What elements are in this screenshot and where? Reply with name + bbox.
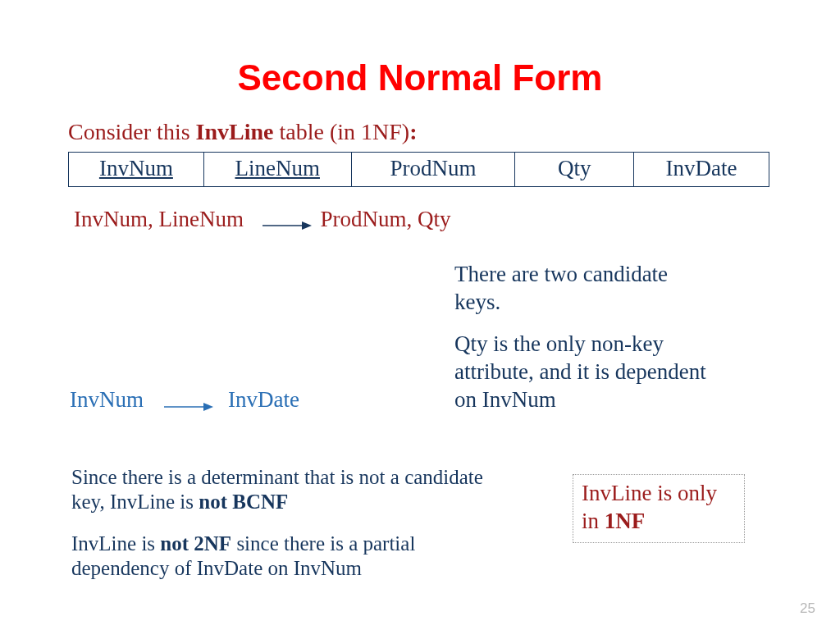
page-number: 25 <box>800 600 815 617</box>
fd2-rhs: InvDate <box>228 387 299 413</box>
columns-table: InvNum LineNum ProdNum Qty InvDate <box>68 152 769 187</box>
note-candidate-keys: There are two candidate keys. <box>454 261 684 317</box>
callout-box: InvLine is only in 1NF <box>573 474 745 543</box>
svg-marker-1 <box>302 221 312 230</box>
subtitle-pre: Consider this <box>68 119 196 144</box>
col-header-label: Qty <box>558 156 591 180</box>
slide: Second Normal Form Consider this InvLine… <box>0 0 840 630</box>
col-header: InvDate <box>634 153 769 187</box>
para2-text-a: InvLine is <box>71 532 160 555</box>
fd2-lhs: InvNum <box>70 387 144 413</box>
arrow-icon <box>262 220 312 231</box>
col-header: LineNum <box>203 153 351 187</box>
col-header-label: InvNum <box>99 156 173 180</box>
subtitle-colon: : <box>409 119 417 144</box>
para1-bold: not BCNF <box>199 491 288 513</box>
subtitle: Consider this InvLine table (in 1NF): <box>68 119 417 145</box>
slide-title: Second Normal Form <box>0 57 840 98</box>
table-row: InvNum LineNum ProdNum Qty InvDate <box>69 153 769 187</box>
subtitle-post: table (in 1NF) <box>274 119 410 144</box>
col-header-label: LineNum <box>235 156 319 180</box>
para2-bold: not 2NF <box>160 532 231 555</box>
col-header: InvNum <box>69 153 204 187</box>
col-header-label: ProdNum <box>390 156 477 180</box>
col-header: Qty <box>515 153 634 187</box>
fd1-lhs: InvNum, LineNum <box>74 207 244 231</box>
paragraph-bcnf: Since there is a determinant that is not… <box>71 465 498 514</box>
col-header: ProdNum <box>351 153 515 187</box>
box-text: InvLine is only in <box>582 481 717 533</box>
fd1-rhs: ProdNum, Qty <box>320 207 450 231</box>
note-qty: Qty is the only non-key attribute, and i… <box>454 331 733 413</box>
col-header-label: InvDate <box>666 156 737 180</box>
paragraph-2nf: InvLine is not 2NF since there is a part… <box>71 532 482 581</box>
arrow-icon <box>164 401 213 413</box>
svg-marker-3 <box>203 403 213 411</box>
box-bold: 1NF <box>605 509 646 533</box>
subtitle-bold: InvLine <box>196 119 274 144</box>
